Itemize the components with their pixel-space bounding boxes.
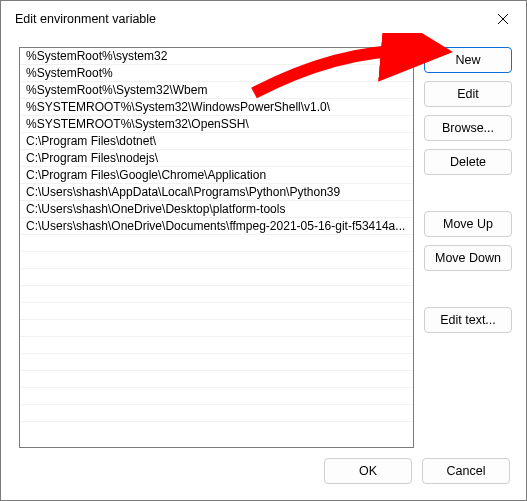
cancel-button[interactable]: Cancel [422,458,510,484]
path-items: %SystemRoot%\system32 %SystemRoot% %Syst… [20,48,413,447]
list-item[interactable]: %SYSTEMROOT%\System32\OpenSSH\ [20,116,413,133]
list-item[interactable]: C:\Users\shash\OneDrive\Documents\ffmpeg… [20,218,413,235]
list-item[interactable]: C:\Users\shash\OneDrive\Desktop\platform… [20,201,413,218]
close-icon [498,10,508,28]
delete-button[interactable]: Delete [424,149,512,175]
edittext-button[interactable]: Edit text... [424,307,512,333]
list-item[interactable] [20,269,413,286]
spacer [424,183,512,203]
side-buttons: New Edit Browse... Delete Move Up Move D… [424,47,512,448]
list-item[interactable]: %SystemRoot%\System32\Wbem [20,82,413,99]
list-item[interactable]: %SystemRoot%\system32 [20,48,413,65]
list-item[interactable] [20,371,413,388]
dialog-window: Edit environment variable %SystemRoot%\s… [0,0,527,501]
list-item[interactable]: C:\Program Files\dotnet\ [20,133,413,150]
list-item[interactable]: C:\Program Files\Google\Chrome\Applicati… [20,167,413,184]
dialog-content: %SystemRoot%\system32 %SystemRoot% %Syst… [1,37,526,500]
list-item[interactable] [20,235,413,252]
edit-button[interactable]: Edit [424,81,512,107]
list-item[interactable]: C:\Program Files\nodejs\ [20,150,413,167]
path-listbox[interactable]: %SystemRoot%\system32 %SystemRoot% %Syst… [19,47,414,448]
browse-button[interactable]: Browse... [424,115,512,141]
list-item[interactable] [20,388,413,405]
list-item[interactable] [20,354,413,371]
list-item[interactable] [20,320,413,337]
moveup-button[interactable]: Move Up [424,211,512,237]
ok-button[interactable]: OK [324,458,412,484]
list-item[interactable]: %SYSTEMROOT%\System32\WindowsPowerShell\… [20,99,413,116]
movedown-button[interactable]: Move Down [424,245,512,271]
list-item[interactable] [20,405,413,422]
list-item[interactable]: %SystemRoot% [20,65,413,82]
list-item[interactable] [20,252,413,269]
list-item[interactable] [20,286,413,303]
window-title: Edit environment variable [15,12,156,26]
close-button[interactable] [480,1,526,37]
list-item[interactable] [20,337,413,354]
list-item[interactable] [20,303,413,320]
footer-buttons: OK Cancel [19,458,512,488]
list-item[interactable]: C:\Users\shash\AppData\Local\Programs\Py… [20,184,413,201]
main-row: %SystemRoot%\system32 %SystemRoot% %Syst… [19,47,512,448]
spacer [424,279,512,299]
titlebar: Edit environment variable [1,1,526,37]
new-button[interactable]: New [424,47,512,73]
